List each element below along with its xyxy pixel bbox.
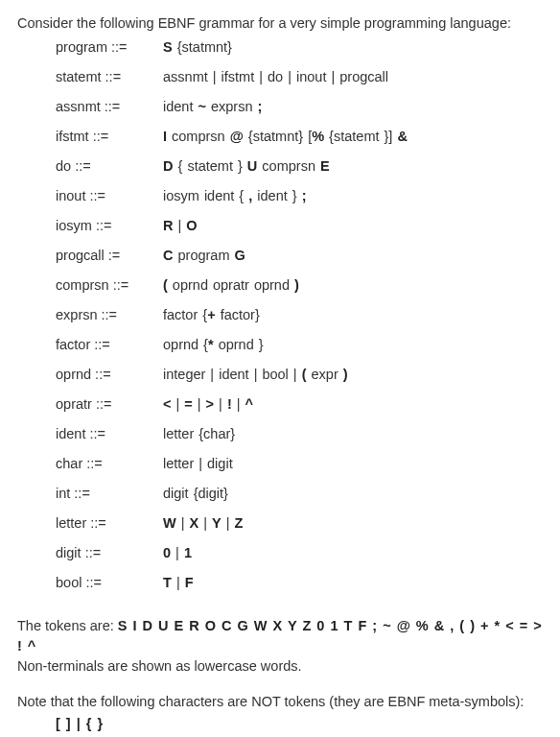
- rule-rhs: < | = | > | ! | ^: [163, 394, 543, 415]
- rule-rhs: ident ~ exprsn ;: [163, 97, 543, 117]
- rule-lhs: oprnd ::=: [56, 365, 163, 385]
- rule-rhs: letter {char}: [163, 424, 543, 444]
- rule-lhs: assnmt ::=: [56, 97, 163, 117]
- rule-lhs: do ::=: [56, 156, 163, 177]
- grammar-rule: exprsn ::=factor {+ factor}: [56, 305, 543, 325]
- rule-rhs: T | F: [163, 573, 543, 593]
- rule-lhs: opratr ::=: [56, 394, 163, 415]
- grammar-rule: ident ::=letter {char}: [56, 424, 543, 444]
- grammar-rule: ifstmt ::=I comprsn @ {statmnt} [% {stat…: [56, 127, 543, 147]
- grammar-rule: program ::=S {statmnt}: [56, 37, 543, 58]
- rule-rhs: oprnd {* oprnd }: [163, 335, 543, 355]
- rule-rhs: S {statmnt}: [163, 37, 543, 58]
- grammar-rule: char ::=letter | digit: [56, 454, 543, 474]
- rule-rhs: R | O: [163, 216, 543, 236]
- rule-lhs: char ::=: [56, 454, 163, 474]
- meta-symbols: [ ] | { }: [56, 714, 543, 734]
- rule-rhs: integer | ident | bool | ( expr ): [163, 365, 543, 385]
- grammar-rule: iosym ::=R | O: [56, 216, 543, 236]
- tokens-line: The tokens are: S I D U E R O C G W X Y …: [17, 616, 543, 656]
- rule-lhs: digit ::=: [56, 543, 163, 563]
- rule-rhs: 0 | 1: [163, 543, 543, 563]
- rule-lhs: statemt ::=: [56, 67, 163, 87]
- rule-rhs: assnmt | ifstmt | do | inout | progcall: [163, 67, 543, 87]
- rule-lhs: program ::=: [56, 37, 163, 58]
- grammar-rule: bool ::=T | F: [56, 573, 543, 593]
- rule-lhs: ifstmt ::=: [56, 127, 163, 147]
- grammar-rule: oprnd ::=integer | ident | bool | ( expr…: [56, 365, 543, 385]
- rule-rhs: iosym ident { , ident } ;: [163, 186, 543, 206]
- grammar-rule: digit ::=0 | 1: [56, 543, 543, 563]
- nonterminals-note: Non-terminals are shown as lowercase wor…: [17, 656, 543, 677]
- grammar-rule: assnmt ::=ident ~ exprsn ;: [56, 97, 543, 117]
- tokens-label: The tokens are:: [17, 618, 118, 633]
- rule-lhs: ident ::=: [56, 424, 163, 444]
- intro-text: Consider the following EBNF grammar for …: [17, 13, 543, 34]
- grammar-rule: letter ::=W | X | Y | Z: [56, 513, 543, 534]
- grammar-rule: int ::=digit {digit}: [56, 484, 543, 504]
- rule-lhs: bool ::=: [56, 573, 163, 593]
- rule-rhs: W | X | Y | Z: [163, 513, 543, 534]
- rule-rhs: C program G: [163, 246, 543, 266]
- rule-lhs: exprsn ::=: [56, 305, 163, 325]
- rule-lhs: int ::=: [56, 484, 163, 504]
- rule-rhs: ( oprnd opratr oprnd ): [163, 275, 543, 296]
- rule-lhs: iosym ::=: [56, 216, 163, 236]
- rule-lhs: inout ::=: [56, 186, 163, 206]
- grammar-rule: statemt ::=assnmt | ifstmt | do | inout …: [56, 67, 543, 87]
- grammar-rule: factor ::=oprnd {* oprnd }: [56, 335, 543, 355]
- grammar-rule: inout ::=iosym ident { , ident } ;: [56, 186, 543, 206]
- grammar-rule: do ::=D { statemt } U comprsn E: [56, 156, 543, 177]
- meta-note: Note that the following characters are N…: [17, 692, 543, 712]
- rule-rhs: factor {+ factor}: [163, 305, 543, 325]
- rule-lhs: progcall :=: [56, 246, 163, 266]
- rule-lhs: factor ::=: [56, 335, 163, 355]
- rule-rhs: D { statemt } U comprsn E: [163, 156, 543, 177]
- rule-rhs: letter | digit: [163, 454, 543, 474]
- grammar-rules: program ::=S {statmnt}statemt ::=assnmt …: [56, 37, 543, 593]
- grammar-rule: progcall :=C program G: [56, 246, 543, 266]
- rule-rhs: digit {digit}: [163, 484, 543, 504]
- rule-lhs: comprsn ::=: [56, 275, 163, 296]
- rule-rhs: I comprsn @ {statmnt} [% {statemt }] &: [163, 127, 543, 147]
- grammar-rule: comprsn ::=( oprnd opratr oprnd ): [56, 275, 543, 296]
- grammar-rule: opratr ::=< | = | > | ! | ^: [56, 394, 543, 415]
- rule-lhs: letter ::=: [56, 513, 163, 534]
